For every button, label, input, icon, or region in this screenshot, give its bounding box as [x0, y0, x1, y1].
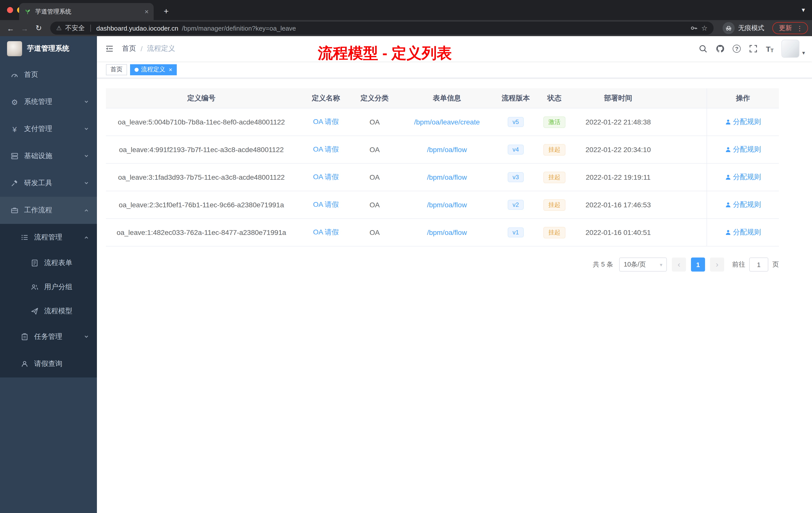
table-row: oa_leave:2:3c1f0ef1-76b1-11ec-9c66-a2380… — [106, 191, 779, 219]
sidebar-item-payment[interactable]: ¥ 支付管理 — [0, 116, 97, 143]
column-header-category: 定义分类 — [355, 88, 394, 109]
definition-name-link[interactable]: OA 请假 — [313, 173, 339, 182]
definition-category: OA — [355, 163, 394, 191]
tab-favicon-icon — [24, 8, 31, 15]
deploy-time: 2022-01-16 17:46:53 — [577, 191, 659, 219]
goto-label: 前往 — [732, 260, 745, 269]
tab-close-icon[interactable]: × — [145, 7, 149, 16]
sidebar-item-devtools[interactable]: 研发工具 — [0, 170, 97, 197]
sidebar-item-process-form[interactable]: 流程表单 — [0, 251, 97, 275]
sidebar-item-leave-query[interactable]: 请假查询 — [0, 350, 97, 378]
assign-rule-button[interactable]: 分配规则 — [725, 145, 761, 154]
page-size-select[interactable]: 10条/页 ▾ — [619, 258, 667, 272]
help-icon[interactable]: ? — [733, 45, 741, 53]
fullscreen-icon[interactable] — [749, 44, 758, 53]
browser-tab-strip: 芋道管理系统 × + ▾ — [0, 0, 812, 20]
sidebar-item-user-group[interactable]: 用户分组 — [0, 275, 97, 299]
column-header-name: 定义名称 — [297, 88, 355, 109]
breadcrumb-home[interactable]: 首页 — [122, 44, 136, 53]
definition-name-link[interactable]: OA 请假 — [313, 228, 339, 237]
update-label: 更新 — [779, 24, 792, 33]
assign-rule-button[interactable]: 分配规则 — [725, 117, 761, 126]
page-number-1[interactable]: 1 — [691, 258, 705, 272]
search-icon[interactable] — [698, 44, 707, 53]
deploy-time: 2022-01-16 01:40:51 — [577, 219, 659, 246]
security-label[interactable]: 不安全 — [65, 24, 85, 33]
sidebar-item-process-model[interactable]: 流程模型 — [0, 299, 97, 323]
deploy-time: 2022-01-22 19:19:11 — [577, 163, 659, 191]
version-tag[interactable]: v1 — [508, 228, 524, 237]
version-tag[interactable]: v5 — [508, 117, 524, 127]
assign-rule-button[interactable]: 分配规则 — [725, 228, 761, 237]
form-link[interactable]: /bpm/oa/flow — [427, 201, 467, 209]
tab-search-chevron-icon[interactable]: ▾ — [802, 6, 805, 13]
form-link[interactable]: /bpm/oa/flow — [427, 229, 467, 236]
chevron-down-icon — [84, 126, 89, 131]
logo-title: 芋道管理系统 — [27, 44, 69, 53]
tag-home[interactable]: 首页 — [106, 64, 127, 75]
person-icon — [725, 119, 731, 125]
definition-name-link[interactable]: OA 请假 — [313, 200, 339, 209]
definition-name-link[interactable]: OA 请假 — [313, 117, 339, 126]
bookmark-star-icon[interactable]: ☆ — [701, 24, 707, 32]
status-badge: 挂起 — [543, 172, 566, 183]
tab-title: 芋道管理系统 — [35, 7, 141, 16]
tag-active-dot — [135, 67, 139, 71]
user-menu[interactable]: ▾ — [782, 40, 805, 58]
main-area: 流程模型 - 定义列表 首页 / 流程定义 ? — [97, 36, 812, 513]
column-header-action: 操作 — [706, 88, 779, 109]
next-page-button[interactable]: › — [710, 258, 724, 272]
definition-name-link[interactable]: OA 请假 — [313, 145, 339, 154]
deploy-time: 2022-01-22 20:34:10 — [577, 136, 659, 163]
user-icon — [19, 360, 30, 368]
definition-category: OA — [355, 191, 394, 219]
definition-table: 定义编号 定义名称 定义分类 表单信息 流程版本 状态 部署时间 操作 oa_l… — [106, 88, 779, 272]
status-badge: 挂起 — [543, 144, 566, 155]
select-caret-icon: ▾ — [660, 262, 662, 267]
back-icon[interactable]: ← — [4, 24, 17, 32]
browser-tab[interactable]: 芋道管理系统 × — [19, 3, 154, 20]
form-link[interactable]: /bpm/oa/leave/create — [414, 118, 480, 126]
avatar[interactable] — [782, 40, 800, 58]
sidebar-toggle-icon[interactable] — [105, 44, 114, 53]
prev-page-button[interactable]: ‹ — [672, 258, 686, 272]
new-tab-button[interactable]: + — [160, 5, 173, 18]
dashboard-icon — [9, 71, 20, 79]
version-tag[interactable]: v2 — [508, 200, 524, 210]
form-link[interactable]: /bpm/oa/flow — [427, 146, 467, 154]
send-icon — [29, 307, 40, 315]
sidebar-item-task-management[interactable]: 任务管理 — [0, 323, 97, 350]
url-path: /bpm/manager/definition?key=oa_leave — [182, 24, 296, 32]
window-close-button[interactable] — [7, 7, 13, 13]
github-icon[interactable] — [716, 44, 725, 53]
chrome-update-button[interactable]: 更新 ⋮ — [772, 22, 808, 34]
version-tag[interactable]: v3 — [508, 172, 524, 182]
address-bar[interactable]: ⚠ 不安全 dashboard.yudao.iocoder.cn/bpm/man… — [50, 22, 714, 35]
tag-process-definition[interactable]: 流程定义 × — [130, 64, 177, 75]
goto-page-input[interactable] — [749, 258, 768, 272]
sidebar-item-process-management[interactable]: 流程管理 — [0, 224, 97, 251]
refresh-icon[interactable]: ↻ — [32, 24, 45, 33]
font-size-icon[interactable]: TT — [766, 44, 774, 53]
forward-icon[interactable]: → — [18, 24, 31, 32]
sidebar-logo[interactable]: 芋道管理系统 — [0, 36, 97, 61]
browser-toolbar: ← → ↻ ⚠ 不安全 dashboard.yudao.iocoder.cn/b… — [0, 20, 812, 36]
assign-rule-button[interactable]: 分配规则 — [725, 173, 761, 182]
definition-category: OA — [355, 219, 394, 246]
sidebar-item-home[interactable]: 首页 — [0, 61, 97, 88]
form-link[interactable]: /bpm/oa/flow — [427, 173, 467, 181]
column-header-status: 状态 — [532, 88, 577, 109]
sidebar-item-system[interactable]: ⚙ 系统管理 — [0, 88, 97, 116]
sidebar-item-workflow[interactable]: 工作流程 — [0, 197, 97, 224]
password-key-icon[interactable] — [691, 25, 698, 32]
yen-icon: ¥ — [9, 125, 20, 133]
version-tag[interactable]: v4 — [508, 145, 524, 155]
person-icon — [725, 147, 731, 153]
form-icon — [29, 259, 40, 267]
sidebar-item-infrastructure[interactable]: 基础设施 — [0, 143, 97, 170]
assign-rule-button[interactable]: 分配规则 — [725, 200, 761, 209]
table-row: oa_leave:5:004b710b-7b8a-11ec-8ef0-acde4… — [106, 109, 779, 136]
chevron-up-icon — [84, 208, 89, 213]
browser-menu-kebab-icon[interactable]: ⋮ — [796, 24, 803, 32]
tag-close-icon[interactable]: × — [169, 66, 172, 73]
